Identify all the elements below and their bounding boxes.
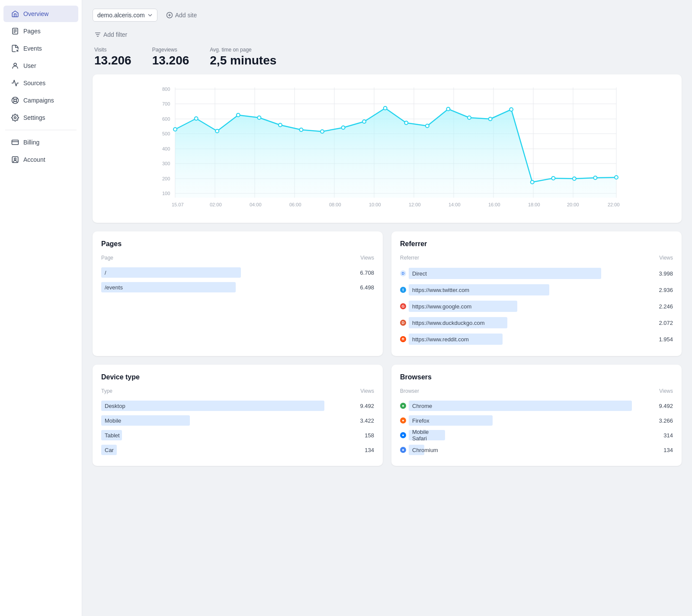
svg-point-78 (531, 180, 534, 184)
row-views: 3.422 (360, 417, 374, 424)
pages-icon (11, 27, 19, 35)
add-site-button[interactable]: Add site (163, 9, 201, 21)
add-filter-button[interactable]: Add filter (91, 29, 131, 41)
bar: Car (101, 445, 117, 455)
sidebar-item-events[interactable]: Events (3, 40, 78, 57)
svg-text:22:00: 22:00 (608, 202, 620, 207)
table-row[interactable]: R https://www.reddit.com 1.954 (400, 331, 673, 347)
row-views: 6.498 (360, 284, 374, 291)
svg-text:500: 500 (162, 131, 170, 136)
svg-point-69 (342, 126, 345, 129)
chart-card: 800 700 600 500 400 300 200 100 (93, 74, 682, 223)
svg-point-5 (14, 63, 16, 66)
sidebar-item-pages-label: Pages (23, 28, 41, 35)
sidebar-item-overview[interactable]: Overview (3, 6, 78, 22)
svg-point-12 (14, 117, 16, 119)
table-row[interactable]: Desktop 9.492 (101, 398, 374, 413)
billing-icon (11, 138, 19, 146)
svg-text:600: 600 (162, 116, 170, 122)
svg-text:14:00: 14:00 (449, 202, 461, 207)
sidebar-item-settings[interactable]: Settings (3, 109, 78, 126)
bar: Chrome (409, 401, 632, 411)
row-views: 2.072 (659, 320, 673, 326)
svg-text:800: 800 (162, 87, 170, 92)
sidebar-item-user[interactable]: User (3, 58, 78, 74)
browsers-table-rows: ● Chrome 9.492 ● Firefox 3.266 ● Mobile … (400, 398, 673, 457)
table-row[interactable]: / 6.708 (101, 265, 374, 280)
referrer-bar: Direct (409, 268, 601, 279)
device-col-views: Views (360, 388, 374, 394)
browser-icon: ● (400, 403, 406, 409)
svg-text:100: 100 (162, 191, 170, 196)
sidebar-item-pages[interactable]: Pages (3, 23, 78, 39)
svg-text:02:00: 02:00 (210, 202, 222, 207)
row-views: 3.266 (659, 417, 673, 424)
svg-point-82 (615, 176, 618, 179)
table-row[interactable]: D https://www.duckduckgo.com 2.072 (400, 314, 673, 331)
table-row[interactable]: ● Chrome 9.492 (400, 398, 673, 413)
svg-point-73 (426, 124, 429, 128)
bar: Tablet (101, 430, 122, 440)
bar: Mobile (101, 415, 190, 426)
sidebar-divider (5, 130, 77, 130)
row-views: 6.708 (360, 270, 374, 276)
sidebar-item-account[interactable]: Account (3, 151, 78, 168)
sources-icon (11, 79, 19, 87)
line-chart: 800 700 600 500 400 300 200 100 (101, 83, 673, 213)
table-row[interactable]: ● Chromium 134 (400, 443, 673, 457)
filter-icon (94, 31, 101, 38)
chevron-down-icon (147, 13, 153, 18)
home-icon (11, 10, 19, 18)
svg-point-71 (384, 106, 387, 110)
svg-text:400: 400 (162, 146, 170, 151)
bar: Desktop (101, 401, 324, 411)
table-row[interactable]: Car 134 (101, 443, 374, 457)
svg-point-75 (468, 116, 471, 119)
direct-icon: D (400, 270, 406, 276)
table-row[interactable]: G https://www.google.com 2.246 (400, 298, 673, 314)
table-row[interactable]: D Direct 3.998 (400, 265, 673, 282)
sidebar-item-sources[interactable]: Sources (3, 75, 78, 91)
svg-point-74 (446, 107, 450, 111)
svg-line-8 (13, 98, 14, 99)
sidebar-item-billing[interactable]: Billing (3, 134, 78, 151)
table-row[interactable]: Tablet 158 (101, 428, 374, 443)
table-row[interactable]: ● Mobile Safari 314 (400, 428, 673, 443)
reddit-icon: R (400, 336, 406, 342)
sidebar-item-campaigns[interactable]: Campaigns (3, 92, 78, 109)
row-views: 134 (663, 447, 673, 453)
bottom-cards-grid: Pages Page Views / 6.708 /events 6.498 R… (93, 231, 682, 466)
browser-icon: ● (400, 432, 406, 438)
add-site-icon (166, 12, 173, 19)
svg-text:18:00: 18:00 (528, 202, 540, 207)
svg-line-11 (13, 101, 14, 103)
svg-marker-60 (175, 108, 616, 198)
referrer-bar: https://www.twitter.com (409, 284, 549, 295)
svg-point-64 (237, 113, 240, 117)
add-site-label: Add site (175, 12, 197, 19)
row-views: 1.954 (659, 336, 673, 343)
svg-point-76 (489, 117, 492, 121)
device-col-type: Type (101, 388, 112, 394)
device-table-header: Type Views (101, 386, 374, 396)
google-icon: G (400, 303, 406, 309)
referrer-col-ref: Referrer (400, 255, 419, 261)
table-row[interactable]: /events 6.498 (101, 280, 374, 295)
svg-text:700: 700 (162, 101, 170, 106)
referrer-bar: https://www.reddit.com (409, 334, 503, 345)
svg-text:12:00: 12:00 (409, 202, 421, 207)
table-row[interactable]: t https://www.twitter.com 2.936 (400, 282, 673, 298)
bar: Firefox (409, 415, 493, 426)
svg-point-63 (215, 129, 219, 133)
site-selector[interactable]: demo.alceris.com (93, 9, 157, 22)
bar: / (101, 267, 241, 278)
main-content: demo.alceris.com Add site Add filter Vis… (82, 0, 692, 616)
sidebar-item-account-label: Account (23, 156, 45, 163)
referrer-bar: https://www.google.com (409, 301, 517, 312)
svg-text:10:00: 10:00 (369, 202, 381, 207)
stats-row: Visits 13.206 Pageviews 13.206 Avg. time… (93, 47, 682, 67)
row-views: 134 (365, 447, 374, 453)
referrer-bar: https://www.duckduckgo.com (409, 317, 507, 328)
table-row[interactable]: ● Firefox 3.266 (400, 413, 673, 428)
table-row[interactable]: Mobile 3.422 (101, 413, 374, 428)
